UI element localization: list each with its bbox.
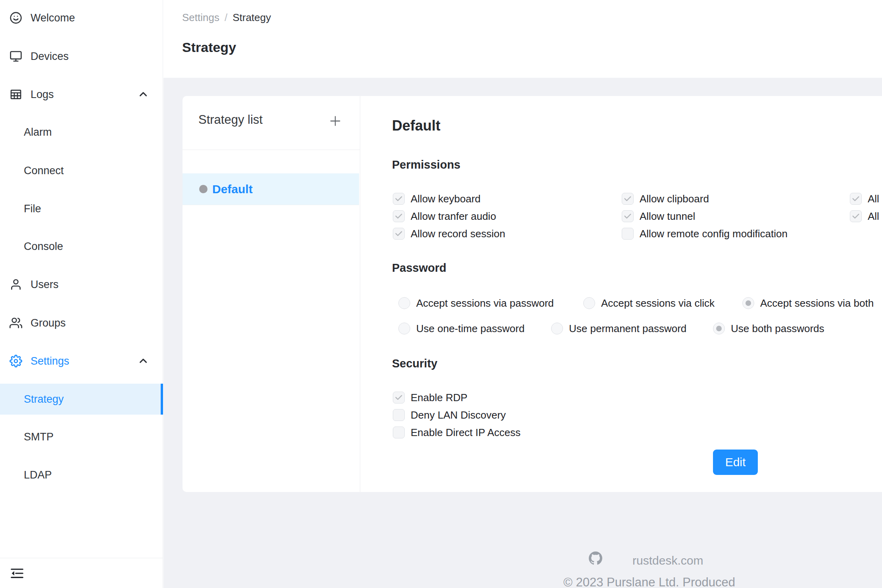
sidebar-item-file[interactable]: File xyxy=(0,200,163,217)
fold-icon xyxy=(10,575,25,582)
radio-icon xyxy=(398,297,410,309)
sidebar-item-connect[interactable]: Connect xyxy=(0,162,163,179)
checkbox-icon xyxy=(393,427,405,438)
breadcrumb-current: Strategy xyxy=(233,12,271,24)
sidebar: Welcome Devices Logs Alarm Connect File … xyxy=(0,0,163,588)
radio-accept-sessions-via-password[interactable]: Accept sessions via password xyxy=(398,297,554,309)
add-strategy-button[interactable] xyxy=(329,114,342,128)
sidebar-item-label: Devices xyxy=(31,50,69,63)
sidebar-item-label: SMTP xyxy=(24,431,54,443)
sidebar-item-smtp[interactable]: SMTP xyxy=(0,428,163,446)
permissions-section-title: Permissions xyxy=(392,158,460,171)
checkbox-allow-truncated-2[interactable]: All xyxy=(850,210,879,222)
sidebar-item-alarm[interactable]: Alarm xyxy=(0,123,163,141)
grid-icon xyxy=(10,88,22,101)
sidebar-item-users[interactable]: Users xyxy=(0,276,163,293)
password-section-title: Password xyxy=(392,261,446,275)
checkbox-allow-remote-config-modification[interactable]: Allow remote config modification xyxy=(622,228,788,240)
sidebar-item-devices[interactable]: Devices xyxy=(0,48,163,65)
chevron-up-icon xyxy=(137,355,149,367)
checkbox-icon xyxy=(622,193,634,205)
strategy-list-title: Strategy list xyxy=(198,113,263,127)
radio-use-permanent-password[interactable]: Use permanent password xyxy=(551,323,686,334)
checkbox-allow-keyboard[interactable]: Allow keyboard xyxy=(393,193,480,205)
monitor-icon xyxy=(10,50,22,63)
user-icon xyxy=(10,278,22,291)
sidebar-item-ldap[interactable]: LDAP xyxy=(0,466,163,484)
radio-accept-sessions-via-click[interactable]: Accept sessions via click xyxy=(583,297,715,309)
sidebar-item-label: Users xyxy=(31,279,59,291)
collapse-sidebar-button[interactable] xyxy=(10,566,25,581)
checkbox-icon xyxy=(393,392,405,404)
list-header-divider xyxy=(183,150,360,150)
copyright-text: © 2023 Purslane Ltd. Produced xyxy=(563,575,735,588)
checkbox-icon xyxy=(393,210,405,222)
strategy-card: Strategy list Default Default Permission… xyxy=(183,96,882,492)
users-icon xyxy=(10,317,22,329)
plus-icon xyxy=(329,123,342,129)
sidebar-item-label: Settings xyxy=(31,355,69,367)
checkbox-icon xyxy=(393,228,405,240)
smile-icon xyxy=(10,12,22,24)
checkbox-enable-rdp[interactable]: Enable RDP xyxy=(393,392,467,404)
sidebar-item-label: File xyxy=(24,203,41,215)
checkbox-icon xyxy=(393,409,405,421)
security-section-title: Security xyxy=(392,357,437,370)
sidebar-item-label: Strategy xyxy=(24,393,64,405)
sidebar-item-welcome[interactable]: Welcome xyxy=(0,9,163,27)
checkbox-icon xyxy=(622,228,634,240)
sidebar-item-logs[interactable]: Logs xyxy=(0,86,163,103)
page-title: Strategy xyxy=(182,40,236,55)
github-icon[interactable] xyxy=(589,551,602,565)
gear-icon xyxy=(10,355,22,367)
checkbox-allow-record-session[interactable]: Allow record session xyxy=(393,228,505,240)
chevron-up-icon xyxy=(137,88,149,100)
breadcrumb: Settings / Strategy xyxy=(182,12,271,24)
radio-use-one-time-password[interactable]: Use one-time password xyxy=(398,323,525,334)
status-dot xyxy=(199,185,208,193)
rustdesk-link[interactable]: rustdesk.com xyxy=(632,554,703,567)
checkbox-icon xyxy=(850,193,862,205)
checkbox-allow-clipboard[interactable]: Allow clipboard xyxy=(622,193,709,205)
sidebar-item-label: Connect xyxy=(24,165,64,177)
radio-icon xyxy=(398,323,410,334)
radio-icon xyxy=(742,297,754,309)
strategy-name: Default xyxy=(212,183,253,196)
sidebar-item-settings[interactable]: Settings xyxy=(0,352,163,370)
checkbox-allow-tranfer-audio[interactable]: Allow tranfer audio xyxy=(393,210,496,222)
breadcrumb-settings-link[interactable]: Settings xyxy=(182,12,219,24)
radio-icon xyxy=(551,323,563,334)
sidebar-item-label: LDAP xyxy=(24,469,52,481)
sidebar-item-label: Logs xyxy=(31,88,54,101)
sidebar-item-console[interactable]: Console xyxy=(0,238,163,255)
detail-title: Default xyxy=(392,117,440,134)
sidebar-footer-divider xyxy=(0,558,163,558)
sidebar-item-strategy[interactable]: Strategy xyxy=(0,384,163,415)
edit-button[interactable]: Edit xyxy=(713,450,758,475)
checkbox-enable-direct-ip-access[interactable]: Enable Direct IP Access xyxy=(393,427,521,438)
sidebar-item-label: Alarm xyxy=(24,126,52,138)
strategy-list-item-default[interactable]: Default xyxy=(183,173,359,205)
panel-divider xyxy=(360,96,360,492)
breadcrumb-separator: / xyxy=(225,12,227,24)
checkbox-icon xyxy=(850,210,862,222)
radio-use-both-passwords[interactable]: Use both passwords xyxy=(713,323,824,334)
sidebar-item-groups[interactable]: Groups xyxy=(0,314,163,332)
sidebar-item-label: Welcome xyxy=(31,12,75,24)
checkbox-allow-truncated-1[interactable]: All xyxy=(850,193,879,205)
checkbox-allow-tunnel[interactable]: Allow tunnel xyxy=(622,210,695,222)
checkbox-icon xyxy=(393,193,405,205)
checkbox-icon xyxy=(622,210,634,222)
sidebar-item-label: Groups xyxy=(31,317,66,329)
sidebar-item-label: Console xyxy=(24,240,63,253)
radio-accept-sessions-via-both[interactable]: Accept sessions via both xyxy=(742,297,874,309)
radio-icon xyxy=(583,297,595,309)
checkbox-deny-lan-discovery[interactable]: Deny LAN Discovery xyxy=(393,409,506,421)
radio-icon xyxy=(713,323,725,334)
